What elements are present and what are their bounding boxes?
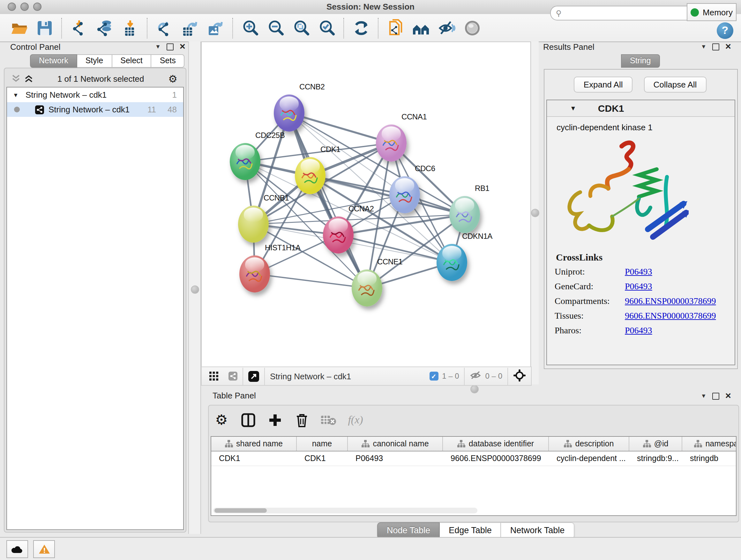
warnings-button[interactable] — [33, 540, 55, 558]
string-view-icon[interactable] — [228, 372, 238, 381]
zoom-out-icon[interactable] — [263, 16, 288, 39]
column-header-database-identifier[interactable]: database identifier — [443, 437, 549, 451]
tab-edge-table[interactable]: Edge Table — [440, 522, 501, 539]
search-input[interactable]: ⚲ — [550, 6, 706, 20]
table-cell[interactable]: cyclin-dependent ... — [549, 451, 629, 465]
network-node-hist1h1a[interactable] — [239, 255, 270, 293]
function-builder-icon[interactable]: f(x) — [347, 412, 364, 428]
network-node-ccnb2[interactable] — [274, 95, 305, 132]
network-row[interactable]: String Network – cdk1 11 48 — [7, 102, 183, 117]
network-canvas[interactable]: CCNB2 CCNA1 CDC25B CDK1 CDC6 RB1CCNB1 CC… — [201, 42, 531, 368]
table-settings-icon[interactable]: ⚙ — [213, 412, 230, 428]
close-window-button[interactable] — [8, 3, 16, 11]
import-string-file-icon[interactable] — [383, 16, 408, 39]
collapse-panel-icon[interactable]: ▼ — [155, 44, 161, 50]
tree-expander-icon[interactable]: ▼ — [7, 91, 18, 98]
crosslink-link[interactable]: P06493 — [625, 281, 652, 292]
search-field[interactable] — [562, 8, 705, 18]
import-network-file-icon[interactable] — [66, 16, 92, 39]
refresh-network-icon[interactable] — [348, 16, 374, 39]
split-columns-icon[interactable] — [240, 412, 257, 428]
grid-view-icon[interactable] — [205, 368, 222, 384]
crosslink-link[interactable]: P06493 — [625, 325, 652, 335]
float-panel-icon[interactable] — [166, 43, 174, 50]
tab-node-table[interactable]: Node Table — [377, 522, 440, 539]
open-session-icon[interactable] — [6, 16, 32, 39]
entry-expander-icon[interactable]: ▼ — [570, 105, 576, 112]
crosslink-link[interactable]: P06493 — [625, 266, 652, 277]
tab-network[interactable]: Network — [30, 54, 77, 68]
show-sphere-icon[interactable] — [460, 16, 485, 39]
crosslink-link[interactable]: 9606.ENSP00000378699 — [625, 311, 716, 321]
column-header-canonical-name[interactable]: canonical name — [348, 437, 443, 451]
export-table-icon[interactable] — [178, 16, 203, 39]
table-cell[interactable]: stringdb — [682, 451, 737, 465]
network-node-rb1[interactable] — [449, 196, 480, 233]
network-collection-row[interactable]: ▼ String Network – cdk1 1 — [7, 87, 183, 102]
help-button[interactable]: ? — [717, 22, 733, 39]
zoom-window-button[interactable] — [33, 3, 42, 11]
expand-all-icon[interactable] — [24, 75, 33, 82]
float-panel-icon[interactable] — [712, 392, 719, 399]
birds-eye-crosshair-icon[interactable] — [513, 369, 526, 383]
table-scrollbar-thumb[interactable] — [214, 508, 267, 513]
expand-all-button[interactable]: Expand All — [574, 77, 632, 92]
network-node-cdc25b[interactable] — [230, 143, 260, 180]
tab-style[interactable]: Style — [77, 54, 112, 68]
table-cell[interactable]: stringdb:9... — [629, 451, 682, 465]
close-panel-icon[interactable]: ✕ — [179, 42, 186, 51]
network-node-ccna2[interactable] — [323, 216, 354, 253]
left-splitter-handle[interactable] — [191, 286, 199, 294]
tab-string[interactable]: String — [621, 54, 660, 68]
zoom-in-icon[interactable] — [238, 16, 263, 39]
column-header--id[interactable]: @id — [629, 437, 682, 451]
close-panel-icon[interactable]: ✕ — [725, 391, 731, 400]
save-session-icon[interactable] — [32, 16, 57, 39]
export-network-icon[interactable] — [152, 16, 178, 39]
import-network-database-icon[interactable] — [92, 16, 118, 39]
export-image-icon[interactable] — [203, 16, 228, 39]
column-header-namespace[interactable]: namespace — [682, 437, 737, 451]
network-node-cdkn1a[interactable] — [436, 244, 467, 281]
detach-view-icon[interactable] — [248, 371, 259, 381]
bottom-splitter[interactable] — [201, 385, 738, 391]
table-row[interactable]: CDK1CDK1P064939606.ENSP00000378699cyclin… — [211, 451, 736, 466]
network-options-gear-icon[interactable]: ⚙ — [168, 72, 178, 84]
add-column-icon[interactable] — [267, 412, 283, 428]
network-node-ccna1[interactable] — [376, 125, 407, 162]
network-node-ccnb1[interactable] — [238, 206, 269, 243]
tab-sets[interactable]: Sets — [151, 54, 185, 68]
delete-column-icon[interactable] — [293, 412, 310, 428]
right-splitter[interactable] — [530, 42, 539, 384]
zoom-selected-icon[interactable] — [314, 16, 340, 39]
cloud-button[interactable] — [6, 540, 28, 558]
network-node-ccne1[interactable] — [352, 269, 382, 307]
collapse-panel-icon[interactable]: ▼ — [701, 393, 706, 399]
table-cell[interactable]: CDK1 — [297, 451, 348, 465]
table-cell[interactable]: P06493 — [348, 451, 443, 465]
column-header-name[interactable]: name — [297, 437, 348, 451]
column-header-description[interactable]: description — [549, 437, 629, 451]
collapse-all-button[interactable]: Collapse All — [644, 77, 706, 92]
network-node-cdk1[interactable] — [295, 157, 326, 194]
float-panel-icon[interactable] — [712, 43, 719, 50]
crosslink-link[interactable]: 9606.ENSP00000378699 — [625, 296, 716, 306]
collapse-panel-icon[interactable]: ▼ — [701, 44, 706, 50]
close-panel-icon[interactable]: ✕ — [725, 42, 731, 51]
delete-table-icon[interactable] — [320, 412, 337, 428]
minimize-window-button[interactable] — [20, 3, 29, 11]
selected-nodes-checkbox-icon[interactable]: ✓ — [429, 372, 438, 381]
collapse-all-icon[interactable] — [11, 75, 20, 82]
left-splitter[interactable] — [188, 42, 201, 534]
memory-button[interactable]: Memory — [687, 3, 737, 21]
bottom-splitter-handle[interactable] — [470, 385, 479, 393]
import-table-icon[interactable] — [118, 16, 143, 39]
zoom-fit-icon[interactable] — [288, 16, 314, 39]
table-cell[interactable]: 9606.ENSP00000378699 — [443, 451, 549, 465]
column-header-shared-name[interactable]: shared name — [211, 437, 297, 451]
right-splitter-handle[interactable] — [531, 209, 539, 217]
hide-selected-icon[interactable] — [434, 16, 460, 39]
table-cell[interactable]: CDK1 — [211, 451, 297, 465]
tab-select[interactable]: Select — [112, 54, 151, 68]
results-entry-header[interactable]: ▼ CDK1 — [547, 100, 735, 117]
